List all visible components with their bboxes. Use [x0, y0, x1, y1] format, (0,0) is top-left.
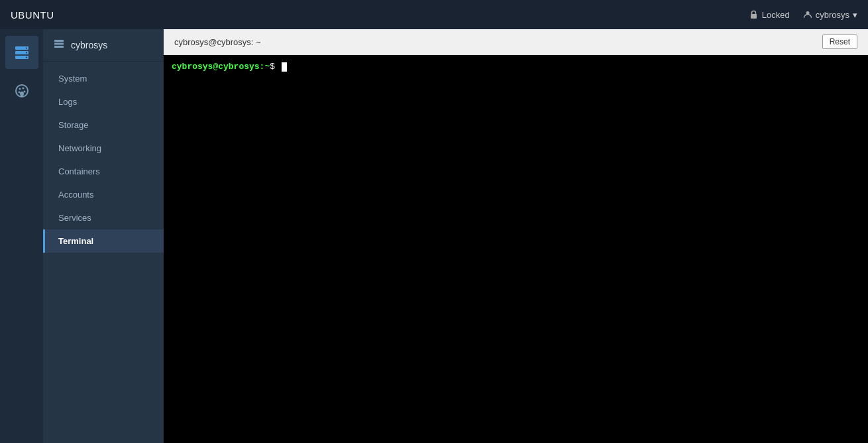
svg-rect-13: [54, 40, 64, 42]
topbar-right: Locked cybrosys ▾: [749, 10, 857, 20]
icon-strip-dashboard[interactable]: [5, 36, 38, 69]
sidebar-item-accounts[interactable]: Accounts: [43, 183, 164, 206]
prompt-dollar: $: [270, 62, 275, 72]
terminal-cursor: [282, 62, 287, 72]
svg-point-11: [23, 91, 25, 93]
user-icon: [803, 10, 812, 19]
sidebar-item-services[interactable]: Services: [43, 206, 164, 229]
icon-strip: [0, 29, 43, 443]
svg-point-1: [806, 11, 809, 15]
sidebar-item-logs[interactable]: Logs: [43, 90, 164, 113]
terminal-header-title: cybrosys@cybrosys: ~: [174, 37, 261, 47]
lock-icon: [749, 10, 758, 19]
svg-rect-14: [54, 43, 64, 45]
sidebar-item-storage[interactable]: Storage: [43, 113, 164, 137]
prompt-user-host: cybrosys@cybrosys:: [172, 62, 264, 72]
topbar-left: UBUNTU: [11, 9, 54, 21]
sidebar-item-networking[interactable]: Networking: [43, 137, 164, 160]
topbar-title: UBUNTU: [11, 9, 54, 21]
sidebar-header-title: cybrosys: [71, 40, 107, 50]
server-icon: [14, 44, 30, 60]
svg-point-12: [18, 92, 20, 94]
sidebar-item-containers[interactable]: Containers: [43, 160, 164, 183]
reset-button[interactable]: Reset: [822, 34, 857, 49]
icon-strip-palette[interactable]: [5, 74, 38, 107]
terminal-body[interactable]: cybrosys@cybrosys:~$: [164, 55, 868, 443]
terminal-header: cybrosys@cybrosys: ~ Reset: [164, 29, 868, 55]
palette-icon: [14, 83, 30, 99]
sidebar-nav: System Logs Storage Networking Container…: [43, 62, 164, 258]
terminal-prompt-line: cybrosys@cybrosys:~$: [172, 62, 860, 72]
user-label: cybrosys: [816, 10, 849, 20]
terminal-area: cybrosys@cybrosys: ~ Reset cybrosys@cybr…: [164, 29, 868, 443]
lock-status: Locked: [749, 10, 790, 20]
topbar: UBUNTU Locked cybrosys ▾: [0, 0, 868, 29]
main-area: cybrosys System Logs Storage Networking …: [0, 29, 868, 443]
svg-point-10: [22, 88, 24, 90]
sidebar-header: cybrosys: [43, 29, 164, 62]
prompt-path: ~: [264, 62, 270, 72]
svg-rect-0: [751, 14, 757, 19]
svg-rect-15: [54, 46, 64, 48]
svg-point-6: [26, 52, 27, 54]
svg-point-9: [19, 88, 21, 90]
sidebar-item-terminal[interactable]: Terminal: [43, 229, 164, 253]
svg-point-7: [26, 57, 27, 58]
svg-point-5: [26, 48, 27, 49]
sidebar-header-icon: [54, 38, 64, 52]
sidebar-item-system[interactable]: System: [43, 67, 164, 90]
user-menu[interactable]: cybrosys ▾: [803, 10, 857, 20]
lock-label: Locked: [762, 10, 790, 20]
chevron-down-icon: ▾: [853, 10, 857, 20]
sidebar: cybrosys System Logs Storage Networking …: [43, 29, 164, 443]
